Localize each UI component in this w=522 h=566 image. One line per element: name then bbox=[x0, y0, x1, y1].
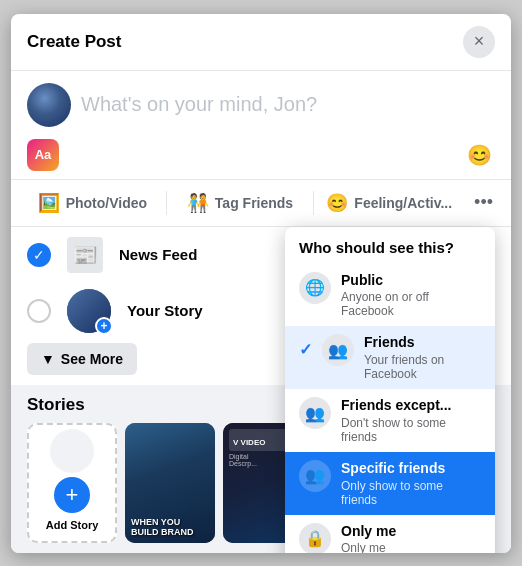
actions-row: 🖼️ Photo/Video 🧑‍🤝‍🧑 Tag Friends 😊 Feeli… bbox=[11, 179, 511, 227]
story-2-badge: V VIDEO bbox=[233, 438, 265, 447]
tag-icon: 🧑‍🤝‍🧑 bbox=[187, 192, 209, 214]
story-1-text: WHEN YOUBUILD BRAND bbox=[131, 517, 194, 537]
tag-friends-button[interactable]: 🧑‍🤝‍🧑 Tag Friends bbox=[167, 184, 314, 222]
photo-label: Photo/Video bbox=[66, 195, 147, 211]
story-plus-icon: + bbox=[95, 317, 113, 335]
dropdown-header: Who should see this? bbox=[285, 227, 495, 264]
feeling-button[interactable]: 😊 Feeling/Activ... bbox=[314, 184, 464, 222]
public-title: Public bbox=[341, 272, 481, 289]
add-story-label: Add Story bbox=[46, 519, 99, 531]
app-icon-text: Aa bbox=[35, 147, 52, 162]
photo-video-button[interactable]: 🖼️ Photo/Video bbox=[19, 184, 166, 222]
dropdown-item-specific-friends[interactable]: 👥 Specific friends Only show to some fri… bbox=[285, 452, 495, 515]
modal-header: Create Post × bbox=[11, 14, 511, 71]
friends-except-subtitle: Don't show to some friends bbox=[341, 416, 481, 444]
friends-checkmark-icon: ✓ bbox=[299, 340, 312, 359]
audience-dropdown: Who should see this? 🌐 Public Anyone on … bbox=[285, 227, 495, 553]
story-avatar: + bbox=[67, 289, 111, 333]
feeling-label: Feeling/Activ... bbox=[354, 195, 452, 211]
only-me-text: Only me Only me bbox=[341, 523, 481, 553]
see-more-chevron-icon: ▼ bbox=[41, 351, 55, 367]
more-icon: ••• bbox=[474, 192, 493, 212]
audience-section: ✓ 📰 News Feed 👥 Friends ▼ Who should see… bbox=[11, 227, 511, 385]
story-1-overlay: WHEN YOUBUILD BRAND bbox=[131, 517, 194, 537]
your-story-label: Your Story bbox=[127, 302, 203, 319]
photo-icon: 🖼️ bbox=[38, 192, 60, 214]
only-me-icon: 🔒 bbox=[299, 523, 331, 553]
add-story-icon: + bbox=[54, 477, 90, 513]
specific-friends-icon: 👥 bbox=[299, 460, 331, 492]
close-icon: × bbox=[474, 31, 485, 52]
public-subtitle: Anyone on or off Facebook bbox=[341, 290, 481, 318]
story-card-1[interactable]: WHEN YOUBUILD BRAND bbox=[125, 423, 215, 543]
feeling-icon: 😊 bbox=[326, 192, 348, 214]
user-avatar bbox=[27, 83, 71, 127]
dropdown-item-only-me[interactable]: 🔒 Only me Only me bbox=[285, 515, 495, 553]
friends-except-title: Friends except... bbox=[341, 397, 481, 414]
feed-icon-symbol: 📰 bbox=[73, 243, 98, 267]
story-radio[interactable] bbox=[27, 299, 51, 323]
see-more-button[interactable]: ▼ See More bbox=[27, 343, 137, 375]
app-icon: Aa bbox=[27, 139, 59, 171]
friends-subtitle: Your friends on Facebook bbox=[364, 353, 481, 381]
only-me-subtitle: Only me bbox=[341, 541, 481, 552]
friends-text: Friends Your friends on Facebook bbox=[364, 334, 481, 381]
dropdown-item-public[interactable]: 🌐 Public Anyone on or off Facebook bbox=[285, 264, 495, 327]
specific-friends-title: Specific friends bbox=[341, 460, 481, 477]
dropdown-item-friends-except[interactable]: 👥 Friends except... Don't show to some f… bbox=[285, 389, 495, 452]
news-feed-label: News Feed bbox=[119, 246, 197, 263]
specific-friends-text: Specific friends Only show to some frien… bbox=[341, 460, 481, 507]
more-button[interactable]: ••• bbox=[464, 184, 503, 221]
public-text: Public Anyone on or off Facebook bbox=[341, 272, 481, 319]
news-feed-checkbox[interactable]: ✓ bbox=[27, 243, 51, 267]
friends-title: Friends bbox=[364, 334, 481, 351]
post-input-area: What's on your mind, Jon? bbox=[11, 71, 511, 139]
only-me-title: Only me bbox=[341, 523, 481, 540]
friends-except-icon: 👥 bbox=[299, 397, 331, 429]
add-story-card[interactable]: + Add Story bbox=[27, 423, 117, 543]
specific-friends-subtitle: Only show to some friends bbox=[341, 479, 481, 507]
checkmark-icon: ✓ bbox=[33, 247, 45, 263]
emoji-button[interactable]: 😊 bbox=[463, 139, 495, 171]
friends-except-text: Friends except... Don't show to some fri… bbox=[341, 397, 481, 444]
public-icon: 🌐 bbox=[299, 272, 331, 304]
news-feed-row: ✓ 📰 News Feed 👥 Friends ▼ Who should see… bbox=[11, 227, 511, 283]
close-button[interactable]: × bbox=[463, 26, 495, 58]
toolbar-row: Aa 😊 bbox=[11, 139, 511, 179]
emoji-icon: 😊 bbox=[467, 143, 492, 167]
dropdown-item-friends[interactable]: ✓ 👥 Friends Your friends on Facebook bbox=[285, 326, 495, 389]
create-post-modal: Create Post × What's on your mind, Jon? … bbox=[11, 14, 511, 553]
see-more-label: See More bbox=[61, 351, 123, 367]
modal-title: Create Post bbox=[27, 32, 121, 52]
news-feed-icon: 📰 bbox=[67, 237, 103, 273]
post-placeholder[interactable]: What's on your mind, Jon? bbox=[81, 93, 495, 116]
friends-icon-dp: 👥 bbox=[322, 334, 354, 366]
tag-label: Tag Friends bbox=[215, 195, 293, 211]
